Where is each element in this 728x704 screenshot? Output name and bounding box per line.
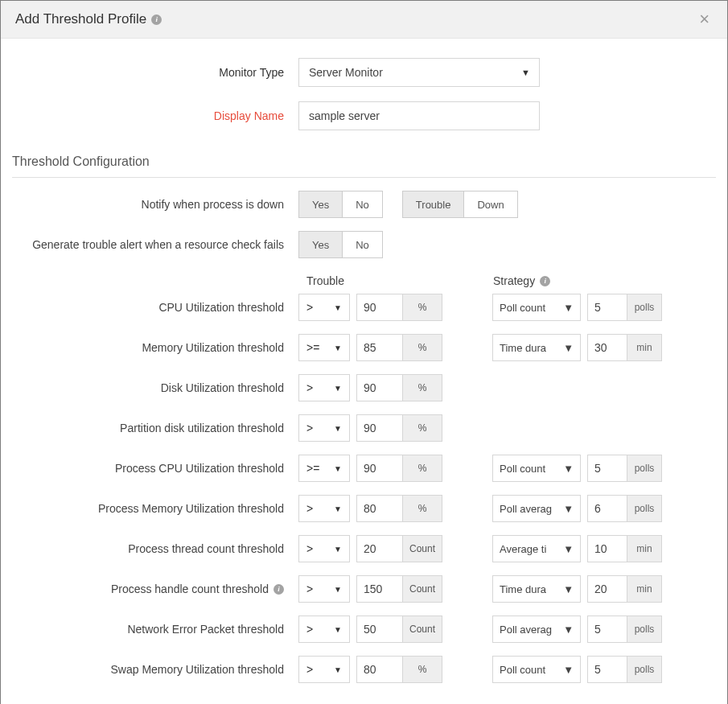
strategy-select[interactable]: Poll averag▼ [492, 495, 581, 522]
threshold-label-text: Process Memory Utilization threshold [98, 502, 284, 515]
operator-value: > [306, 502, 313, 515]
strategy-select[interactable]: Poll count▼ [492, 656, 581, 683]
operator-value: > [306, 381, 313, 394]
threshold-label: Partition disk utilization threshold [12, 422, 298, 434]
thresholds-container: CPU Utilization threshold>▼%Poll count▼p… [12, 294, 716, 683]
threshold-label-text: Disk Utilization threshold [161, 381, 284, 394]
threshold-row: Partition disk utilization threshold>▼% [12, 414, 716, 442]
monitor-type-select[interactable]: Server Monitor ▼ [298, 58, 540, 87]
chevron-down-icon: ▼ [563, 664, 574, 676]
threshold-configuration-heading: Threshold Configuration [12, 154, 716, 178]
strategy-value: Time dura [500, 583, 546, 595]
chevron-down-icon: ▼ [563, 503, 574, 515]
chevron-down-icon: ▼ [334, 424, 342, 433]
threshold-label-text: Swap Memory Utilization threshold [110, 663, 284, 676]
threshold-label: Disk Utilization threshold [12, 381, 298, 394]
notify-trouble-down-group: Trouble Down [402, 191, 518, 218]
display-name-row: Display Name [12, 101, 716, 130]
threshold-label: Process thread count threshold [12, 542, 298, 555]
notify-yes-no-group: Yes No [298, 191, 383, 218]
threshold-row: Process CPU Utilization threshold>=▼%Pol… [12, 455, 716, 482]
strategy-value-input[interactable] [587, 334, 627, 361]
strategy-value-input[interactable] [587, 495, 627, 522]
notify-yes-button[interactable]: Yes [299, 191, 342, 217]
threshold-label: Process Memory Utilization threshold [12, 502, 298, 515]
operator-select[interactable]: >▼ [298, 294, 350, 321]
strategy-header-text: Strategy [493, 274, 535, 287]
notify-trouble-button[interactable]: Trouble [403, 191, 464, 217]
info-icon[interactable]: i [540, 276, 550, 286]
operator-select[interactable]: >▼ [298, 414, 350, 442]
close-icon[interactable]: × [696, 10, 713, 28]
threshold-value-input[interactable] [356, 575, 403, 603]
chevron-down-icon: ▼ [334, 585, 342, 594]
strategy-value: Poll count [500, 463, 545, 475]
threshold-value-input[interactable] [356, 455, 403, 482]
strategy-value: Poll averag [500, 624, 552, 636]
strategy-select[interactable]: Time dura▼ [492, 334, 581, 361]
modal-title: Add Threshold Profile i [15, 11, 162, 27]
strategy-value-input[interactable] [587, 575, 627, 603]
threshold-label: Process handle count thresholdi [12, 583, 298, 595]
operator-select[interactable]: >▼ [298, 615, 350, 643]
strategy-select[interactable]: Poll count▼ [492, 455, 581, 482]
strategy-select[interactable]: Time dura▼ [492, 575, 581, 603]
threshold-label-text: Network Error Packet threshold [127, 623, 284, 636]
threshold-value-input[interactable] [356, 414, 403, 442]
threshold-value-input[interactable] [356, 334, 403, 361]
modal-body: Monitor Type Server Monitor ▼ Display Na… [1, 39, 727, 704]
strategy-value-input[interactable] [587, 535, 627, 562]
threshold-value-input[interactable] [356, 535, 403, 562]
strategy-unit: polls [627, 656, 662, 683]
threshold-value-input[interactable] [356, 615, 403, 643]
chevron-down-icon: ▼ [334, 344, 342, 352]
notify-process-down-row: Notify when process is down Yes No Troub… [12, 191, 716, 218]
operator-select[interactable]: >=▼ [298, 334, 350, 361]
threshold-value-input[interactable] [356, 294, 403, 321]
operator-select[interactable]: >▼ [298, 495, 350, 522]
strategy-value-input[interactable] [587, 455, 627, 482]
strategy-value-input[interactable] [587, 294, 627, 321]
strategy-select[interactable]: Poll count▼ [492, 294, 581, 321]
threshold-value-input[interactable] [356, 656, 403, 683]
chevron-down-icon: ▼ [334, 464, 342, 473]
chevron-down-icon: ▼ [563, 342, 574, 354]
threshold-label: Memory Utilization threshold [12, 341, 298, 354]
resource-check-label: Generate trouble alert when a resource c… [12, 238, 298, 251]
threshold-unit: % [402, 374, 442, 401]
operator-value: > [306, 583, 313, 595]
strategy-value-input[interactable] [587, 656, 627, 683]
chevron-down-icon: ▼ [563, 463, 574, 475]
threshold-row: Memory Utilization threshold>=▼%Time dur… [12, 334, 716, 361]
monitor-type-value: Server Monitor [298, 58, 540, 87]
threshold-label-text: Process handle count threshold [111, 583, 269, 595]
chevron-down-icon: ▼ [334, 545, 342, 554]
operator-value: >= [306, 341, 319, 354]
strategy-value: Poll count [500, 302, 545, 314]
threshold-row: Swap Memory Utilization threshold>▼%Poll… [12, 656, 716, 683]
threshold-unit: Count [402, 615, 442, 643]
notify-no-button[interactable]: No [342, 191, 382, 217]
threshold-value-input[interactable] [356, 495, 403, 522]
notify-down-button[interactable]: Down [463, 191, 516, 217]
strategy-value: Poll count [500, 664, 545, 676]
info-icon[interactable]: i [151, 14, 162, 25]
operator-select[interactable]: >▼ [298, 535, 350, 562]
threshold-row: Process Memory Utilization threshold>▼%P… [12, 495, 716, 522]
strategy-value-input[interactable] [587, 615, 627, 643]
threshold-value-input[interactable] [356, 374, 403, 401]
operator-select[interactable]: >▼ [298, 575, 350, 603]
resource-no-button[interactable]: No [342, 232, 382, 257]
resource-yes-button[interactable]: Yes [299, 232, 342, 257]
strategy-unit: min [627, 575, 662, 603]
operator-select[interactable]: >▼ [298, 656, 350, 683]
col-spacer [12, 274, 306, 287]
display-name-input[interactable] [298, 101, 540, 130]
info-icon[interactable]: i [274, 584, 284, 595]
threshold-label-text: Process CPU Utilization threshold [115, 462, 284, 475]
chevron-down-icon: ▼ [563, 543, 574, 555]
strategy-select[interactable]: Poll averag▼ [492, 615, 581, 643]
operator-select[interactable]: >=▼ [298, 455, 350, 482]
operator-select[interactable]: >▼ [298, 374, 350, 401]
strategy-select[interactable]: Average ti▼ [492, 535, 581, 562]
